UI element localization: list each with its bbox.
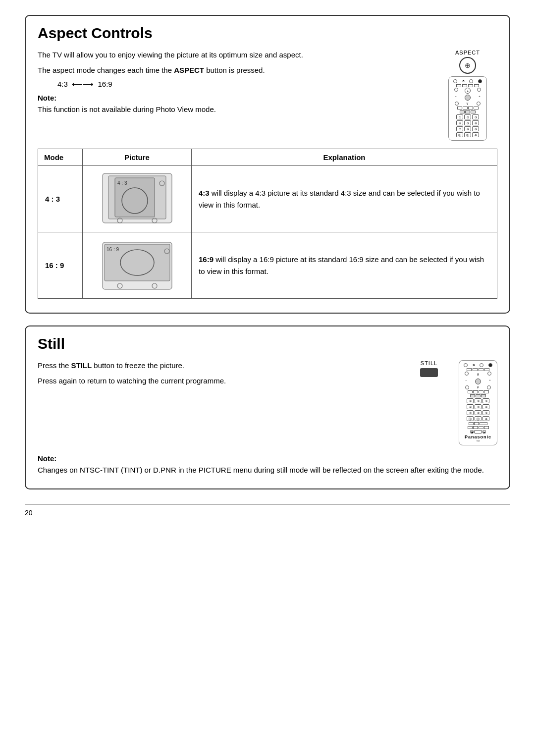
picture-4-3: 4 : 3 (83, 166, 192, 232)
still-button-area: STILL (409, 360, 449, 377)
svg-text:16 : 9: 16 : 9 (107, 247, 119, 252)
aspect-button-icon: ⊕ (459, 56, 477, 74)
note-paragraph: Note: This function is not available dur… (38, 93, 428, 115)
aspect-remote-area: ASPECT ⊕ ✿ (438, 50, 497, 141)
table-header-picture: Picture (83, 149, 192, 166)
svg-text:⊕: ⊕ (465, 61, 471, 69)
still-text-area: Press the STILL button to freeze the pic… (38, 360, 399, 390)
still-line1: Press the STILL button to freeze the pic… (38, 360, 399, 372)
still-button-icon (420, 368, 438, 377)
panasonic-logo: Panasonic (461, 434, 495, 439)
aspect-button-label: ASPECT (455, 50, 480, 55)
explanation-4-3-text: will display a 4:3 picture at its standa… (199, 189, 480, 209)
svg-text:4 : 3: 4 : 3 (117, 180, 127, 186)
still-note-label: Note: (38, 454, 56, 463)
mode-change-text: The aspect mode changes each time the AS… (38, 65, 428, 76)
still-remote-image: ✿ ∧ − + ∨ (459, 360, 497, 445)
mode-4-3: 4 : 3 (38, 166, 83, 232)
aspect-table: Mode Picture Explanation 4 : 3 (38, 149, 497, 299)
intro-row: The TV will allow you to enjoy viewing t… (38, 50, 497, 141)
still-note: Note: Changes on NTSC-TINT (TINT) or D.P… (38, 453, 497, 476)
note-label: Note: (38, 94, 56, 102)
explanation-4-3-bold: 4:3 (199, 189, 210, 197)
still-intro-row: Press the STILL button to freeze the pic… (38, 360, 497, 445)
table-header-mode: Mode (38, 149, 83, 166)
table-header-explanation: Explanation (192, 149, 497, 166)
page-number-area: 20 (25, 504, 510, 517)
still-line2: Press again to return to watching the cu… (38, 376, 399, 387)
table-row-16-9: 16 : 9 16 : 9 (38, 232, 497, 299)
arrow-line: 4:3 ⟵⟶ 16:9 (57, 80, 428, 89)
note-text: This function is not available during Ph… (38, 105, 216, 113)
explanation-16-9-text: will display a 16:9 picture at its stand… (199, 255, 484, 275)
table-row-4-3: 4 : 3 4 : 3 (38, 166, 497, 232)
explanation-16-9-bold: 16:9 (199, 255, 214, 264)
aspect-controls-title: Aspect Controls (38, 25, 497, 42)
explanation-16-9: 16:9 will display a 16:9 picture at its … (192, 232, 497, 299)
aspect-bold: ASPECT (174, 66, 204, 74)
screen-16-9-svg: 16 : 9 (98, 237, 177, 292)
intro-paragraph: The TV will allow you to enjoy viewing t… (38, 50, 428, 61)
panasonic-tv-label: TV (461, 439, 495, 442)
picture-16-9: 16 : 9 (83, 232, 192, 299)
aspect-controls-section: Aspect Controls The TV will allow you to… (25, 15, 510, 314)
still-title: Still (38, 335, 497, 352)
still-note-text: Changes on NTSC-TINT (TINT) or D.PNR in … (38, 466, 484, 474)
intro-text-area: The TV will allow you to enjoy viewing t… (38, 50, 428, 119)
still-button-label: STILL (421, 360, 437, 366)
page-number: 20 (25, 509, 33, 517)
explanation-4-3: 4:3 will display a 4:3 picture at its st… (192, 166, 497, 232)
still-bold: STILL (71, 361, 92, 370)
aspect-remote-image: ✿ ∧ − + (448, 76, 487, 141)
still-section: Still Press the STILL button to freeze t… (25, 325, 510, 489)
mode-16-9: 16 : 9 (38, 232, 83, 299)
screen-4-3-svg: 4 : 3 (98, 171, 177, 225)
